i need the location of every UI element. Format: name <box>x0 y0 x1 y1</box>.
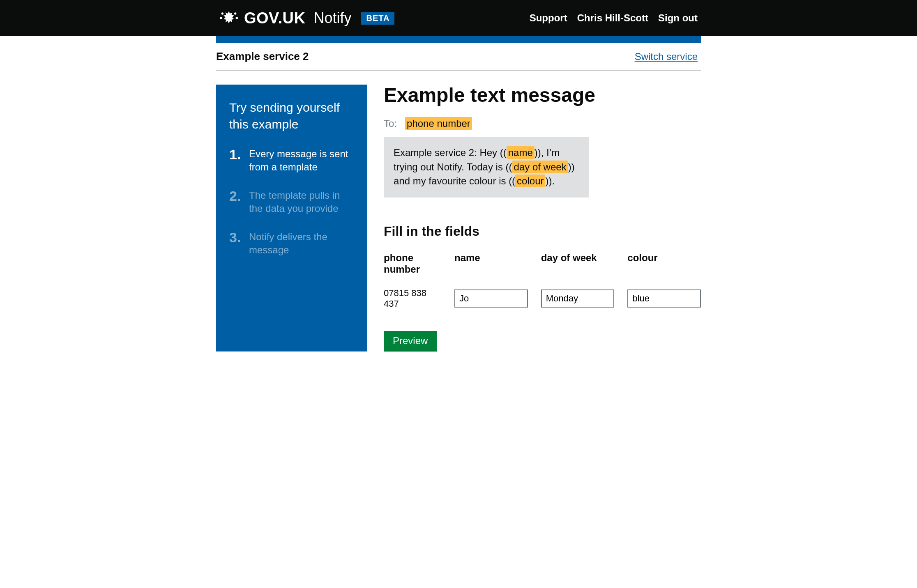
step-number: 2. <box>229 189 241 216</box>
step-text: Every message is sent from a template <box>249 147 354 174</box>
fields-table: phone number name day of week colour 078… <box>384 252 701 316</box>
tour-step-2: 2. The template pulls in the data you pr… <box>229 189 354 216</box>
step-number: 3. <box>229 230 241 257</box>
nav-signout[interactable]: Sign out <box>658 12 698 24</box>
name-input[interactable] <box>454 289 528 308</box>
preview-button[interactable]: Preview <box>384 331 437 351</box>
placeholder-name: name <box>507 146 535 159</box>
to-row: To: phone number <box>384 118 701 129</box>
service-name: Example service 2 <box>216 50 309 63</box>
switch-service-link[interactable]: Switch service <box>635 51 698 62</box>
message-text: )). <box>545 175 555 186</box>
fields-header-row: phone number name day of week colour <box>384 252 701 281</box>
col-day: day of week <box>541 252 615 264</box>
col-colour: colour <box>627 252 701 264</box>
to-placeholder: phone number <box>405 117 472 130</box>
fields-data-row: 07815 838 437 <box>384 281 701 316</box>
header-brand-block: GOV.UK Notify BETA <box>219 9 394 27</box>
tour-step-1: 1. Every message is sent from a template <box>229 147 354 174</box>
svg-point-0 <box>221 12 224 15</box>
fill-heading: Fill in the fields <box>384 224 701 239</box>
placeholder-day: day of week <box>512 161 568 173</box>
placeholder-colour: colour <box>515 175 545 187</box>
step-text: The template pulls in the data you provi… <box>249 189 354 216</box>
message-preview: Example service 2: Hey ((name)), I’m try… <box>384 137 589 198</box>
header-blue-bar <box>216 36 701 43</box>
step-text: Notify delivers the message <box>249 230 354 257</box>
product-name[interactable]: Notify <box>313 9 351 27</box>
service-row: Example service 2 Switch service <box>216 43 701 71</box>
col-name: name <box>454 252 528 264</box>
svg-point-2 <box>220 17 222 19</box>
svg-point-3 <box>236 17 238 19</box>
beta-badge: BETA <box>361 12 394 25</box>
colour-input[interactable] <box>627 289 701 308</box>
main-content: Example text message To: phone number Ex… <box>384 85 701 351</box>
global-header: GOV.UK Notify BETA Support Chris Hill-Sc… <box>0 0 917 36</box>
day-input[interactable] <box>541 289 615 308</box>
tour-step-3: 3. Notify delivers the message <box>229 230 354 257</box>
header-nav: Support Chris Hill-Scott Sign out <box>530 12 698 24</box>
page-title: Example text message <box>384 85 701 106</box>
col-phone: phone number <box>384 252 441 275</box>
sidebar-heading: Try sending yourself this example <box>229 99 354 133</box>
svg-point-1 <box>234 12 237 15</box>
crown-icon <box>219 10 238 26</box>
to-label: To: <box>384 118 397 129</box>
nav-support[interactable]: Support <box>530 12 567 24</box>
tour-sidebar: Try sending yourself this example 1. Eve… <box>216 85 367 351</box>
phone-value: 07815 838 437 <box>384 288 441 309</box>
govuk-logo-text[interactable]: GOV.UK <box>244 9 305 27</box>
nav-user[interactable]: Chris Hill-Scott <box>577 12 648 24</box>
message-text: Example service 2: Hey (( <box>394 147 507 158</box>
step-number: 1. <box>229 147 241 174</box>
